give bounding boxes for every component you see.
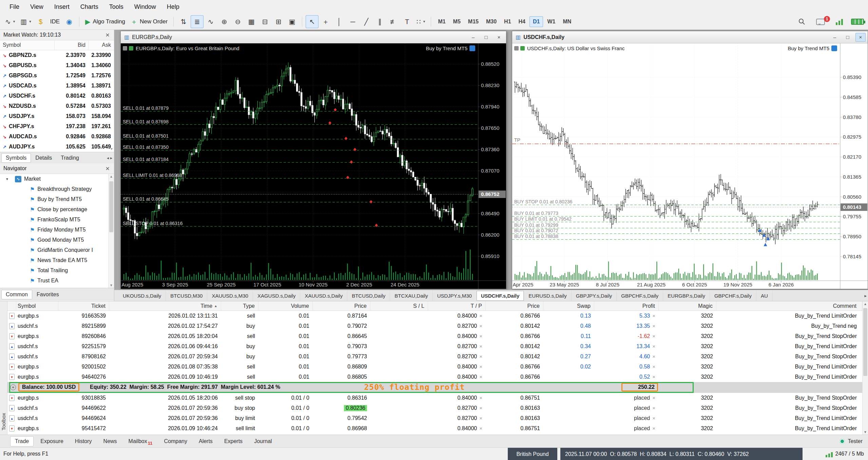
zoom-out-icon[interactable]: ⊖ [231,15,244,28]
chart-tab-btcusd-daily[interactable]: BTCUSD,Daily [347,291,390,301]
tab-scroll-right-icon[interactable]: ▸ [864,293,867,298]
toolbox-tab-alerts[interactable]: Alerts [194,436,217,446]
navigator-node-market[interactable]: ▾∿Market [0,174,114,184]
crosshair-icon[interactable]: ＋ [319,15,332,28]
timeframe-mn[interactable]: MN [559,16,575,27]
close-position-icon[interactable]: × [652,405,655,411]
remove-tp-icon[interactable]: × [479,374,482,380]
remove-tp-icon[interactable]: × [479,415,482,421]
chart-tab-gbpjpy-s-daily[interactable]: GBPJPY.s,Daily [572,291,617,301]
market-watch-row[interactable]: ↗USDCAD.s1.389541.38971 [0,81,114,91]
close-position-icon[interactable]: × [652,323,655,329]
chart-tab-eurgbp-s-daily[interactable]: EURGBP.s,Daily [663,291,710,301]
chart-tab-gbpchf-s-daily[interactable]: GBPCHF.s,Daily [617,291,663,301]
column-header-price[interactable]: Price [486,301,543,311]
navigator-item-gridmartin-conqueror-i[interactable]: ⚑GridMartin Conqueror I [0,245,114,255]
toolbox-tab-trade[interactable]: Trade [10,436,34,446]
market-watch-row[interactable]: ↗USDJPY.s158.073158.094 [0,111,114,121]
community-icon[interactable]: ◉ [63,15,76,28]
toolbox-tab-experts[interactable]: Experts [219,436,247,446]
navigator-item-total-trailing[interactable]: ⚑Total Trailing [0,265,114,276]
menu-window[interactable]: Window [129,0,161,14]
column-header-type[interactable]: Type [221,301,258,311]
line-chart-mode-icon[interactable]: ∿ [204,15,217,28]
horizontal-line-icon[interactable]: ─ [346,15,359,28]
close-position-icon[interactable]: × [652,343,655,349]
scroll-up-icon[interactable]: ▲ [863,302,868,306]
navigator-scrollbar[interactable]: ▲ ▼ [108,174,114,288]
navigator-item-friday-monday-mt5[interactable]: ⚑Friday Monday MT5 [0,225,114,235]
expand-icon[interactable]: + [10,384,16,390]
tab-common[interactable]: Common [1,290,32,299]
market-watch-row[interactable]: ↘AUDCAD.s0.928460.92868 [0,132,114,142]
menu-file[interactable]: File [4,0,25,14]
close-position-icon[interactable]: × [652,415,655,421]
trade-row-95415472[interactable]: ▾eurgbp.s954154722026.01.09 10:46:24sell… [7,423,862,434]
column-header-price[interactable]: Price [313,301,370,311]
trade-row-94469622[interactable]: ▴usdchf.s944696222026.01.07 20:59:36buy … [7,403,862,413]
chart-canvas-usdchf[interactable]: TPBUY STOP 0.01 at 0.80236BUY 0.01 at 0.… [512,43,868,289]
chart-window-titlebar[interactable]: ▥ USDCHF.s,Daily – □ × [512,31,868,43]
remove-tp-icon[interactable]: × [479,364,482,369]
remove-tp-icon[interactable]: × [479,343,482,349]
chart-tab-ukousd-s-daily[interactable]: UKOUSD.s,Daily [118,291,166,301]
trade-row-94469624[interactable]: ▴usdchf.s944696242026.01.07 20:59:36buy … [7,413,862,423]
market-watch-row[interactable]: ↗AUDJPY.s105.625105.649 [0,142,114,152]
remove-tp-icon[interactable]: × [479,333,482,339]
scroll-hint-icon[interactable]: ▾ [111,146,113,151]
navigator-item-frankoscalp-mt5[interactable]: ⚑FrankoScalp MT5 [0,215,114,225]
remove-tp-icon[interactable]: × [479,354,482,359]
vertical-line-icon[interactable]: │ [333,15,346,28]
navigator-item-news-trade-ea-mt5[interactable]: ⚑News Trade EA MT5 [0,255,114,265]
remove-tp-icon[interactable]: × [479,405,482,411]
scroll-down-icon[interactable]: ▼ [109,283,114,287]
chart-tab-btcxau-daily[interactable]: BTCXAU,Daily [390,291,432,301]
tester-indicator[interactable]: Tester [840,438,863,444]
notifications-icon[interactable]: 1 [814,15,827,28]
tab-favorites[interactable]: Favorites [32,290,63,299]
timeframe-d1[interactable]: D1 [529,16,543,27]
chart-tab-gbpchf-s-daily[interactable]: GBPCHF.s,Daily [710,291,756,301]
scroll-up-icon[interactable]: ▲ [109,175,114,178]
symbols-dollar-icon[interactable]: $ [34,15,47,28]
trade-row-87908162[interactable]: ▴usdchf.s879081622026.01.07 20:59:34buy0… [7,352,862,362]
trade-row-94640276[interactable]: ▾eurgbp.s946402762026.01.09 10:46:19sell… [7,372,862,382]
mw-column-bid[interactable]: Bid [54,40,88,50]
remove-tp-icon[interactable]: × [479,395,482,401]
screenshot-icon[interactable]: ▣ [286,15,298,28]
objects-icon[interactable]: ∷▾ [414,15,427,28]
trade-row-89215899[interactable]: ▴usdchf.s892158992026.01.02 17:54:27buy0… [7,321,862,331]
column-header-s-l[interactable]: S / L [370,301,428,311]
timeframe-m30[interactable]: M30 [483,16,500,27]
column-header-profit[interactable]: Profit [594,301,659,311]
chart-tab-btcusd-m30[interactable]: BTCUSD,M30 [166,291,207,301]
column-header-volume[interactable]: Volume [258,301,313,311]
toolbox-tab-news[interactable]: News [99,436,122,446]
market-watch-row[interactable]: ↘CHFJPY.s197.238197.261 [0,121,114,132]
ide-button[interactable]: IDE [48,15,62,28]
remove-tp-icon[interactable]: × [479,313,482,319]
trade-row-93018835[interactable]: ▾eurgbp.s930188352026.01.05 18:20:06sell… [7,393,862,403]
scrollbar-thumb[interactable] [863,308,867,376]
trade-row-91663539[interactable]: ▾eurgbp.s916635392026.01.02 13:11:31sell… [7,311,862,321]
chart-tab-usdchf-s-daily[interactable]: USDCHF.s,Daily [477,291,524,301]
tile-windows-icon[interactable]: ⇅ [177,15,190,28]
profiles-icon[interactable]: ▥▾ [18,15,33,28]
market-watch-row[interactable]: ↗USDCHF.s0.801420.80163 [0,91,114,101]
algo-trading-button[interactable]: ▶Algo Trading [83,15,128,28]
menu-view[interactable]: View [25,0,49,14]
trade-row-92251579[interactable]: ▴usdchf.s922515792026.01.06 09:44:16buy0… [7,341,862,352]
remove-tp-icon[interactable]: × [479,323,482,329]
chart-tab-eurusd-s-daily[interactable]: EURUSD.s,Daily [524,291,572,301]
menu-tools[interactable]: Tools [104,0,129,14]
trendline-icon[interactable]: ╱ [360,15,373,28]
restore-icon[interactable]: □ [843,33,853,42]
new-order-button[interactable]: ＋New Order [128,15,170,28]
depth-of-market-icon[interactable]: ⊞ [272,15,285,28]
menu-charts[interactable]: Charts [75,0,104,14]
column-header-symbol[interactable]: Symbol [16,301,58,311]
chart-tab-xauusd-s-m30[interactable]: XAUUSD.s,M30 [207,291,253,301]
minimize-icon[interactable]: – [468,33,478,42]
chart-type-icon[interactable]: ∿▾ [3,15,17,28]
navigator-item-trust-ea[interactable]: ⚑Trust EA [0,276,114,286]
